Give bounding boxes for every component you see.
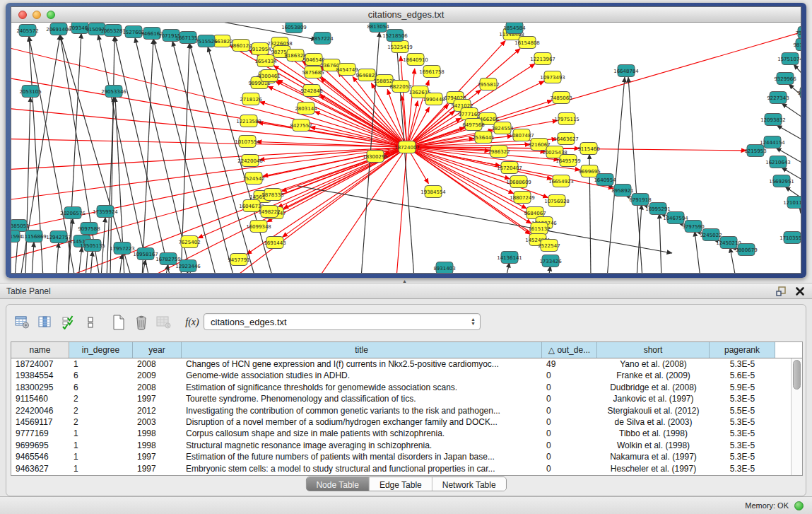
select-rows-icon[interactable] [59, 314, 77, 331]
graph-node[interactable]: 16463627 [553, 133, 579, 145]
graph-node[interactable]: 10688609 [506, 176, 531, 188]
graph-node[interactable]: 19384554 [420, 186, 446, 198]
graph-node[interactable]: 7524542 [242, 173, 264, 185]
table-row[interactable]: 1938455462009Genome-wide association stu… [11, 370, 802, 381]
graph-node[interactable]: 2053105 [19, 86, 41, 98]
graph-edge[interactable] [11, 43, 407, 147]
graph-node[interactable]: 16210643 [765, 156, 791, 168]
graph-node[interactable]: 9457791 [228, 254, 249, 266]
table-row[interactable]: 946362711997Embryonic stem cells: a mode… [11, 463, 802, 474]
column-header-pagerank[interactable]: pagerank [710, 342, 775, 358]
graph-node[interactable]: 17103556 [779, 232, 801, 244]
graph-node[interactable]: 6497568 [462, 119, 484, 131]
show-columns-icon[interactable] [36, 314, 54, 331]
graph-node[interactable]: 11156869 [21, 230, 47, 243]
table-row[interactable]: 946554611997Estimation of the future num… [11, 451, 802, 462]
new-document-icon[interactable] [110, 314, 128, 331]
zoom-window-icon[interactable] [47, 11, 55, 19]
graph-node[interactable]: 14136141 [497, 252, 522, 264]
graph-node[interactable]: 12213589 [236, 115, 261, 127]
table-row[interactable]: 911546021997Tourette syndrome. Phenomeno… [11, 393, 802, 404]
graph-node[interactable]: 8454749 [336, 64, 358, 76]
graph-node[interactable]: 9245022 [700, 229, 722, 241]
graph-node[interactable]: 9115460 [577, 143, 599, 155]
graph-edge[interactable] [794, 64, 801, 86]
graph-node[interactable]: 2803144 [295, 103, 317, 115]
table-row[interactable]: 977716911998Corpus callosum shape and si… [11, 428, 802, 439]
graph-node[interactable]: 16995291 [645, 203, 671, 215]
graph-node[interactable]: 16654923 [548, 175, 574, 187]
graph-node[interactable]: 1854584 [503, 23, 526, 34]
graph-node[interactable]: 20691406 [46, 23, 71, 35]
graph-node[interactable]: 1691443 [264, 237, 286, 249]
function-icon[interactable]: f(x) [183, 314, 201, 331]
citation-graph[interactable]: 1872400775638229860124591295423226058982… [11, 23, 801, 273]
graph-edge[interactable] [25, 97, 30, 273]
graph-edge[interactable] [268, 86, 407, 147]
graph-node[interactable]: 18640910 [403, 54, 428, 66]
close-window-icon[interactable] [18, 11, 27, 19]
column-header-name[interactable]: name [11, 342, 69, 358]
graph-edge[interactable] [628, 77, 642, 273]
graph-node[interactable]: 9810533 [793, 39, 801, 51]
memory-status-led-icon[interactable] [794, 501, 804, 510]
graph-node[interactable]: 15751074 [777, 53, 801, 65]
table-selector-dropdown[interactable]: citations_edges.txt ▲▼ [204, 313, 481, 330]
window-titlebar[interactable]: citations_edges.txt [11, 7, 801, 23]
graph-node[interactable]: 17975115 [554, 113, 579, 125]
graph-node[interactable]: 20206576 [60, 207, 86, 219]
graph-node[interactable]: 9800679 [735, 244, 757, 256]
column-header-out_de[interactable]: △ out_de... [542, 342, 597, 358]
node-table[interactable]: namein_degreeyeartitle△ out_de...shortpa… [11, 341, 803, 476]
graph-edge[interactable] [110, 36, 114, 273]
graph-node[interactable]: 9274744 [797, 87, 801, 99]
table-vertical-scrollbar[interactable] [791, 358, 802, 475]
table-row[interactable]: 1872400712008Changes of HCN gene express… [11, 358, 802, 370]
graph-edge[interactable] [11, 139, 407, 147]
graph-node[interactable]: 12942757 [46, 231, 71, 243]
graph-node[interactable]: 15692951 [769, 175, 794, 187]
graph-node[interactable]: 16648784 [613, 65, 639, 77]
table-settings-icon[interactable] [13, 314, 32, 331]
graph-node[interactable]: 17359924 [93, 206, 118, 218]
tab-node-table[interactable]: Node Table [306, 477, 370, 491]
graph-node[interactable]: 1733426 [539, 255, 562, 267]
row-height-icon[interactable] [81, 314, 100, 331]
graph-node[interactable]: 15325419 [387, 41, 413, 53]
graph-node[interactable]: 10107554 [235, 136, 260, 148]
graph-node[interactable]: 1300461 [258, 70, 280, 82]
graph-node[interactable]: 12093832 [760, 114, 786, 126]
graph-node[interactable]: 9227343 [767, 92, 789, 104]
graph-node[interactable]: 6791918 [629, 194, 651, 206]
column-header-year[interactable]: year [133, 342, 182, 358]
graph-edge[interactable] [401, 56, 407, 147]
graph-node[interactable]: 7515526 [195, 35, 218, 47]
graph-node[interactable]: 12213967 [530, 53, 555, 65]
graph-node[interactable]: 5878333 [261, 189, 283, 201]
graph-node[interactable]: 10958167 [133, 248, 158, 260]
graph-node[interactable]: 16053809 [281, 23, 307, 33]
minimize-window-icon[interactable] [33, 11, 41, 19]
graph-node[interactable]: 10756928 [544, 195, 570, 207]
graph-edge[interactable] [283, 147, 407, 237]
graph-node[interactable]: 7945695 [795, 27, 801, 39]
graph-node[interactable]: 7986322 [488, 146, 510, 158]
float-panel-icon[interactable] [775, 286, 787, 297]
graph-edge[interactable] [396, 41, 414, 273]
table-row[interactable]: 1830029562008Estimation of significance … [11, 382, 802, 393]
graph-node[interactable]: 29053346 [101, 86, 126, 98]
table-row[interactable]: 1456911722003Disruption of a novel membe… [11, 416, 802, 428]
graph-node[interactable]: 16961758 [419, 66, 445, 78]
graph-node[interactable]: 12101183 [783, 197, 801, 209]
table-row[interactable]: 969969511998Structural magnetic resonanc… [11, 440, 802, 451]
graph-node[interactable]: 9385051 [11, 220, 30, 232]
column-header-title[interactable]: title [182, 342, 542, 358]
graph-node[interactable]: 2405572 [16, 25, 38, 37]
close-panel-icon[interactable] [795, 286, 805, 296]
delete-icon[interactable] [132, 314, 151, 331]
graph-node[interactable]: 1990448 [423, 93, 445, 105]
graph-node[interactable]: 7485063 [550, 92, 572, 104]
graph-node[interactable]: 2522547 [538, 240, 560, 252]
graph-node[interactable]: 9797590 [682, 221, 704, 233]
graph-node[interactable]: 9329966 [774, 73, 796, 85]
